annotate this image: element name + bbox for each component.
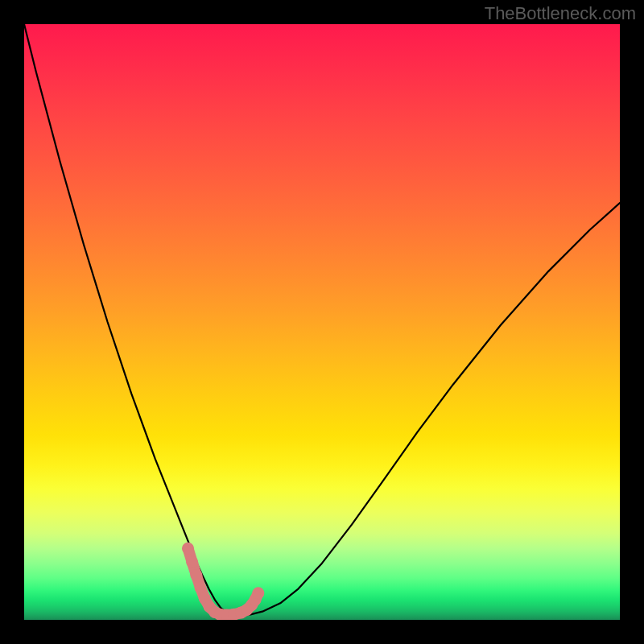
bottom-marker-dot: [186, 556, 198, 568]
bottom-marker-dot: [214, 609, 226, 620]
bottom-marker-group: [182, 543, 264, 620]
bottom-marker-dot: [221, 609, 233, 620]
bottom-marker-dot: [246, 599, 258, 611]
bottom-marker-dot: [235, 607, 247, 619]
chart-svg: [24, 24, 620, 620]
chart-plot-area: [24, 24, 620, 620]
bottom-marker-dot: [208, 606, 221, 618]
bottom-marker-dot: [182, 543, 194, 555]
bottom-marker-dot: [199, 592, 211, 605]
watermark-text: TheBottleneck.com: [485, 3, 636, 24]
bottleneck-curve: [24, 24, 620, 615]
bottom-marker-dot: [190, 569, 202, 581]
bottom-marker-dot: [228, 609, 240, 620]
bottom-marker-dot: [252, 587, 264, 599]
bottom-marker-dot: [250, 593, 262, 605]
bottom-marker-dot: [241, 604, 253, 616]
bottom-marker-path: [188, 548, 258, 615]
bottom-marker-dot: [204, 601, 216, 613]
bottom-marker-dot: [195, 582, 207, 594]
